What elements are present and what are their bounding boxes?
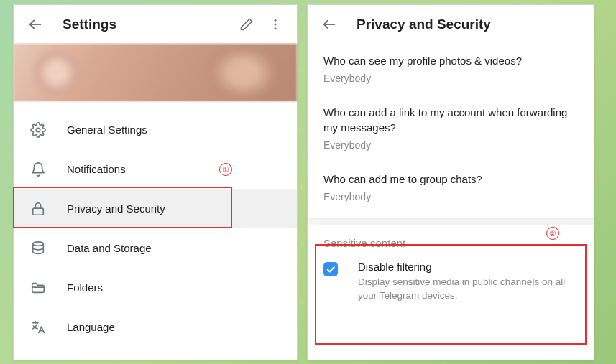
privacy-question: Who can see my profile photos & videos?: [323, 54, 578, 68]
privacy-question: Who can add me to group chats?: [323, 172, 578, 187]
menu-item-label: Folders: [67, 281, 103, 294]
svg-point-1: [275, 19, 277, 21]
bell-icon: [29, 161, 47, 178]
svg-point-3: [275, 27, 277, 29]
dots-vertical-icon: [268, 17, 282, 32]
menu-item-notifications[interactable]: Notifications: [14, 149, 297, 189]
lock-icon: [29, 200, 47, 218]
privacy-panel: Privacy and Security Who can see my prof…: [307, 4, 594, 360]
check-icon: [326, 264, 336, 274]
arrow-left-icon: [27, 17, 43, 32]
svg-rect-5: [33, 208, 44, 215]
svg-point-4: [36, 128, 40, 132]
disable-filtering-checkbox[interactable]: [323, 262, 338, 276]
privacy-options: Who can see my profile photos & videos? …: [308, 44, 594, 214]
settings-header: Settings: [14, 5, 297, 44]
back-button[interactable]: [315, 10, 344, 39]
settings-title: Settings: [63, 17, 232, 32]
disable-filtering-content: Disable filtering Display sensitive medi…: [358, 261, 578, 303]
section-divider: [308, 218, 594, 225]
edit-button[interactable]: [232, 10, 261, 39]
menu-item-general[interactable]: General Settings: [14, 110, 297, 149]
disable-filtering-title: Disable filtering: [358, 261, 578, 273]
privacy-value: Everybody: [323, 73, 578, 84]
privacy-item-group-chats[interactable]: Who can add me to group chats? Everybody: [323, 162, 578, 214]
language-icon: [29, 319, 47, 336]
annotation-number-2: ②: [546, 227, 559, 240]
gear-icon: [29, 121, 47, 139]
menu-item-label: General Settings: [67, 123, 147, 136]
svg-point-6: [33, 241, 44, 246]
menu-item-label: Notifications: [67, 163, 126, 175]
privacy-value: Everybody: [323, 139, 578, 151]
privacy-value: Everybody: [323, 191, 578, 202]
back-button[interactable]: [21, 10, 50, 39]
more-button[interactable]: [261, 10, 290, 39]
database-icon: [29, 240, 47, 257]
menu-item-label: Privacy and Security: [67, 202, 165, 215]
privacy-item-photos[interactable]: Who can see my profile photos & videos? …: [323, 44, 578, 95]
profile-banner[interactable]: [14, 44, 297, 101]
menu-item-language[interactable]: Language: [14, 307, 297, 347]
settings-panel: Settings General Settings Notifications …: [13, 4, 298, 360]
privacy-header: Privacy and Security: [308, 5, 594, 44]
menu-item-label: Data and Storage: [67, 242, 152, 254]
settings-menu: General Settings Notifications Privacy a…: [14, 101, 297, 347]
menu-item-folders[interactable]: Folders: [14, 268, 297, 307]
privacy-item-forward-link[interactable]: Who can add a link to my account when fo…: [323, 95, 578, 162]
arrow-left-icon: [321, 17, 337, 32]
privacy-title: Privacy and Security: [357, 17, 587, 32]
svg-point-2: [275, 23, 277, 25]
pencil-icon: [239, 17, 254, 32]
menu-item-data[interactable]: Data and Storage: [14, 228, 297, 268]
folder-icon: [29, 279, 47, 297]
disable-filtering-row[interactable]: Disable filtering Display sensitive medi…: [308, 253, 594, 310]
privacy-question: Who can add a link to my account when fo…: [323, 106, 578, 135]
disable-filtering-description: Display sensitive media in public channe…: [358, 276, 578, 303]
menu-item-label: Language: [67, 321, 115, 333]
menu-item-privacy[interactable]: Privacy and Security: [14, 189, 297, 228]
annotation-number-1: ①: [219, 163, 232, 176]
